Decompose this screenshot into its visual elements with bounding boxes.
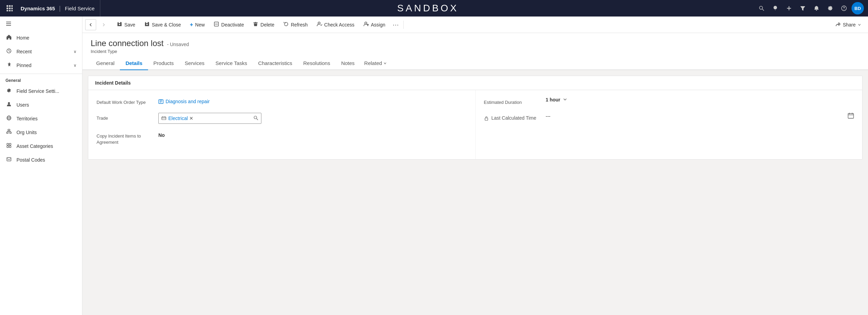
sidebar: Home Recent ∨ Pinned ∨ General Field Ser…	[0, 17, 82, 315]
sidebar-item-home[interactable]: Home	[0, 31, 82, 45]
search-button[interactable]	[755, 2, 768, 14]
pinned-chevron-icon: ∨	[74, 63, 77, 68]
more-commands-button[interactable]: ⋯	[390, 19, 401, 31]
form-right-column: Estimated Duration 1 hour	[475, 90, 863, 159]
dynamics-label: Dynamics 365	[21, 6, 55, 11]
hamburger-menu[interactable]	[0, 17, 82, 31]
tab-characteristics[interactable]: Characteristics	[253, 57, 298, 70]
svg-rect-6	[7, 10, 8, 11]
tab-general[interactable]: General	[91, 57, 120, 70]
record-header: Line connection lost - Unsaved Incident …	[82, 33, 868, 54]
save-label: Save	[124, 22, 135, 28]
sidebar-org-units-label: Org Units	[16, 130, 77, 135]
sidebar-general-header: General	[0, 75, 82, 84]
svg-rect-35	[9, 146, 11, 148]
lock-icon	[484, 116, 489, 121]
refresh-button[interactable]: Refresh	[279, 19, 312, 31]
trade-input[interactable]: Electrical ✕	[158, 113, 261, 124]
sandbox-banner: SANDBOX	[100, 3, 755, 14]
svg-rect-4	[9, 8, 11, 9]
sidebar-item-postal-codes[interactable]: Postal Codes	[0, 153, 82, 167]
pin-icon	[5, 62, 12, 69]
svg-rect-1	[9, 5, 11, 7]
last-calc-time-label-text: Last Calculated Time	[492, 115, 537, 122]
users-icon	[5, 101, 12, 108]
create-button[interactable]	[783, 2, 795, 14]
trade-chip: Electrical ✕	[168, 116, 193, 121]
duration-dropdown-button[interactable]	[563, 97, 567, 102]
copy-incident-text: No	[158, 131, 467, 140]
trade-label: Trade	[97, 113, 158, 121]
sidebar-settings-label: Field Service Setti...	[16, 88, 77, 94]
svg-rect-3	[7, 8, 8, 9]
tab-notes[interactable]: Notes	[336, 57, 360, 70]
forward-button[interactable]	[98, 19, 109, 30]
tab-products[interactable]: Products	[148, 57, 179, 70]
sidebar-item-territories[interactable]: Territories	[0, 112, 82, 126]
tab-related[interactable]: Related	[360, 57, 391, 70]
filter-button[interactable]	[797, 2, 809, 14]
svg-rect-26	[7, 132, 8, 133]
last-calc-time-value: ---	[546, 112, 854, 120]
sidebar-recent-label: Recent	[16, 49, 69, 54]
new-button[interactable]: + New	[186, 19, 209, 31]
tab-details[interactable]: Details	[120, 57, 148, 70]
share-button[interactable]: Share	[831, 19, 865, 31]
top-navigation: Dynamics 365 | Field Service SANDBOX BD	[0, 0, 868, 17]
trade-remove-button[interactable]: ✕	[189, 116, 193, 121]
more-icon: ⋯	[393, 21, 399, 29]
sidebar-users-label: Users	[16, 102, 77, 108]
back-button[interactable]	[85, 19, 96, 30]
tab-services[interactable]: Services	[179, 57, 210, 70]
svg-rect-49	[162, 117, 166, 120]
sidebar-item-recent[interactable]: Recent ∨	[0, 45, 82, 58]
settings-button[interactable]	[824, 2, 836, 14]
svg-rect-27	[10, 132, 11, 133]
sidebar-item-pinned[interactable]: Pinned ∨	[0, 58, 82, 72]
svg-point-15	[844, 9, 844, 10]
svg-rect-32	[7, 143, 9, 145]
check-access-button[interactable]: Check Access	[313, 19, 359, 31]
share-label: Share	[843, 22, 856, 28]
sidebar-home-label: Home	[16, 35, 77, 41]
record-subtitle: Incident Type	[91, 49, 860, 54]
form-content: Incident Details Default Work Order Type…	[82, 70, 868, 315]
refresh-icon	[283, 21, 289, 28]
svg-rect-36	[7, 158, 11, 161]
assign-button[interactable]: Assign	[359, 19, 390, 31]
save-button[interactable]: Save	[113, 19, 139, 31]
calendar-icon[interactable]	[848, 112, 854, 120]
svg-rect-8	[11, 10, 13, 11]
svg-rect-33	[9, 143, 11, 145]
save-close-button[interactable]: Save & Close	[140, 19, 185, 31]
copy-incident-label: Copy Incident Items to Agreement	[97, 131, 158, 145]
trade-value: Electrical ✕	[158, 113, 467, 124]
sidebar-item-asset-categories[interactable]: Asset Categories	[0, 139, 82, 153]
tab-service-tasks[interactable]: Service Tasks	[210, 57, 252, 70]
deactivate-button[interactable]: Deactivate	[210, 19, 248, 31]
trade-search-icon[interactable]	[253, 116, 258, 121]
sidebar-item-users[interactable]: Users	[0, 98, 82, 112]
territories-icon	[5, 115, 12, 122]
svg-marker-13	[800, 6, 805, 11]
user-avatar[interactable]: BD	[852, 2, 864, 14]
duration-text: 1 hour	[546, 97, 561, 102]
work-order-type-link[interactable]: Diagnosis and repair	[158, 97, 467, 106]
home-icon	[5, 34, 12, 41]
work-order-type-icon	[158, 99, 164, 104]
svg-rect-25	[8, 129, 10, 131]
assign-icon	[363, 21, 369, 28]
tab-resolutions[interactable]: Resolutions	[298, 57, 336, 70]
default-work-order-type-value: Diagnosis and repair	[158, 97, 467, 106]
help-button[interactable]	[838, 2, 850, 14]
section-header: Incident Details	[88, 76, 862, 90]
lightbulb-button[interactable]	[769, 2, 781, 14]
sidebar-item-org-units[interactable]: Org Units	[0, 126, 82, 139]
delete-button[interactable]: Delete	[249, 19, 278, 31]
app-grid-button[interactable]	[4, 0, 15, 17]
sidebar-item-field-service-settings[interactable]: Field Service Setti...	[0, 84, 82, 98]
notifications-button[interactable]	[810, 2, 823, 14]
svg-point-21	[8, 102, 10, 104]
top-nav-actions: BD	[755, 2, 864, 14]
last-calc-time-text: ---	[546, 113, 551, 119]
